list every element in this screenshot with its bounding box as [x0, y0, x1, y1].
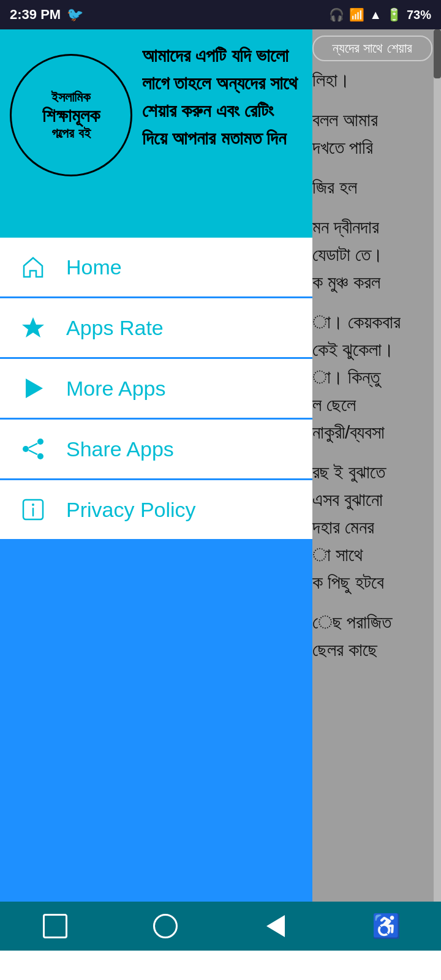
drawer-header: ইসলামিক শিক্ষামূলক গল্পের বই আমাদের এপটি…	[0, 29, 312, 238]
menu-item-more-apps[interactable]: More Apps	[0, 359, 312, 420]
menu-label-share-apps: Share Apps	[66, 437, 174, 461]
main-wrapper: ন্যদের সাথে শেয়ার লিহা। বলল আমারদখতে পা…	[0, 29, 441, 951]
right-text-6: রছ ই বুঝাতেএসব বুঝানোদহার মেনরা সাথেক পি…	[312, 458, 432, 596]
right-text-5: া। কেয়কবারকেই ঝুকেলা।া। কিন্তুল ছেলেনাক…	[312, 308, 432, 446]
menu-label-home: Home	[66, 255, 122, 279]
menu-item-share-apps[interactable]: Share Apps	[0, 420, 312, 480]
info-icon	[18, 495, 48, 524]
svg-point-3	[23, 446, 29, 452]
scrollbar-thumb[interactable]	[434, 29, 441, 78]
wifi-icon: ▲	[369, 8, 382, 22]
drawer-fill	[0, 539, 312, 951]
scrollbar[interactable]	[434, 29, 441, 951]
menu-item-home[interactable]: Home	[0, 238, 312, 298]
logo-line3: গল্পের বই	[51, 126, 90, 141]
square-icon	[43, 914, 67, 938]
right-text-3: জির হল	[312, 173, 432, 201]
nav-back[interactable]	[257, 908, 294, 944]
right-text-2: বলল আমারদখতে পারি	[312, 106, 432, 161]
right-text-area: লিহা। বলল আমারদখতে পারি জির হল মন দ্বীনদ…	[312, 66, 432, 676]
logo-line1: ইসলামিক	[51, 89, 91, 105]
menu-label-more-apps: More Apps	[66, 377, 166, 401]
svg-marker-1	[26, 379, 43, 398]
svg-line-6	[29, 450, 37, 454]
share-button-top[interactable]: ন্যদের সাথে শেয়ার	[312, 36, 432, 61]
right-text-7: েছ পরাজিতছেলর কাছে	[312, 608, 432, 663]
circle-icon	[153, 914, 178, 938]
right-text-4: মন দ্বীনদারযেডাটা তে।ক মুঞ্চ করল	[312, 213, 432, 296]
svg-point-2	[37, 439, 43, 445]
bottom-navigation: ♿	[0, 902, 441, 951]
time: 2:39 PM	[10, 7, 61, 23]
nav-square[interactable]	[37, 908, 74, 944]
menu-label-privacy-policy: Privacy Policy	[66, 498, 196, 522]
twitter-icon: 🐦	[67, 7, 83, 23]
person-icon: ♿	[372, 913, 401, 940]
status-left: 2:39 PM 🐦	[10, 7, 83, 23]
menu-item-apps-rate[interactable]: Apps Rate	[0, 298, 312, 359]
nav-accessibility[interactable]: ♿	[368, 908, 404, 944]
drawer-panel: ইসলামিক শিক্ষামূলক গল্পের বই আমাদের এপটি…	[0, 29, 312, 951]
signal-icon: 📶	[349, 7, 364, 22]
logo-line2: শিক্ষামূলক	[42, 105, 100, 126]
nav-circle[interactable]	[147, 908, 184, 944]
right-text-1: লিহা।	[312, 66, 432, 94]
status-bar: 2:39 PM 🐦 🎧 📶 ▲ 🔋 73%	[0, 0, 441, 29]
svg-line-5	[29, 443, 37, 448]
svg-point-4	[37, 453, 43, 459]
app-logo: ইসলামিক শিক্ষামূলক গল্পের বই	[10, 54, 132, 176]
headphone-icon: 🎧	[329, 7, 344, 22]
home-icon	[18, 252, 48, 282]
menu-items-container: Home Apps Rate More Apps	[0, 238, 312, 539]
drawer-header-text: আমাদের এপটি যদি ভালো লাগে তাহলে অন্যদের …	[142, 42, 303, 152]
menu-item-privacy-policy[interactable]: Privacy Policy	[0, 480, 312, 539]
svg-marker-0	[22, 317, 44, 337]
battery-percent: 73%	[407, 8, 431, 22]
back-icon	[266, 915, 285, 937]
menu-label-apps-rate: Apps Rate	[66, 316, 164, 340]
share-icon	[18, 434, 48, 464]
play-icon	[18, 374, 48, 403]
star-icon	[18, 313, 48, 342]
battery-icon: 🔋	[386, 7, 402, 22]
status-right: 🎧 📶 ▲ 🔋 73%	[329, 7, 431, 22]
